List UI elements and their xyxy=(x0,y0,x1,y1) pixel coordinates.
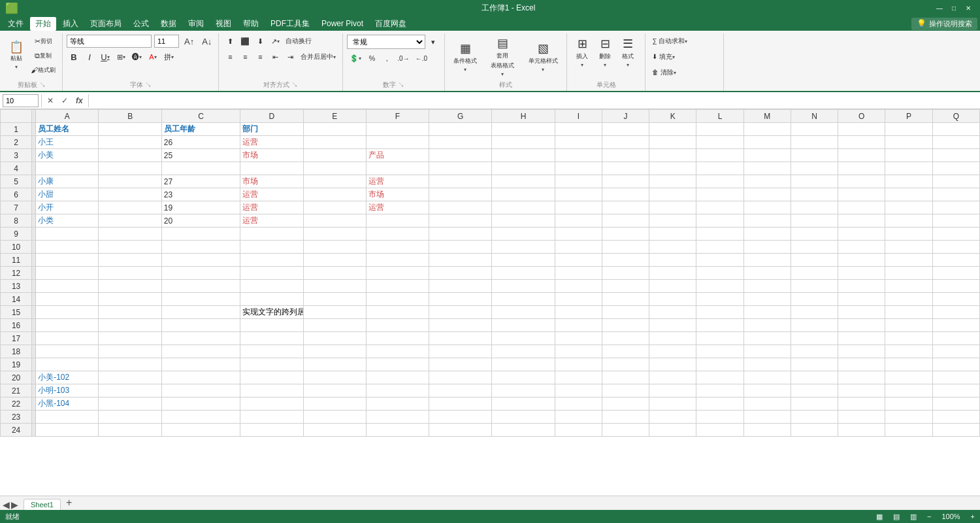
cell-p2[interactable] xyxy=(885,136,932,149)
underline-button[interactable]: U▾ xyxy=(98,50,112,63)
cell-a2[interactable]: 小王 xyxy=(36,136,99,149)
cell-k20[interactable] xyxy=(649,371,696,384)
cell-m3[interactable] xyxy=(743,149,791,162)
cell-p24[interactable] xyxy=(885,424,932,437)
cell-l15[interactable] xyxy=(696,306,743,319)
row-header[interactable]: 2 xyxy=(1,136,32,149)
menu-help[interactable]: 帮助 xyxy=(238,17,264,31)
col-header-e[interactable]: E xyxy=(303,110,366,123)
row-header[interactable]: 3 xyxy=(1,149,32,162)
cell-g11[interactable] xyxy=(429,254,492,267)
cell-d4[interactable] xyxy=(240,162,303,175)
cell-k6[interactable] xyxy=(649,188,696,201)
col-header-k[interactable]: K xyxy=(649,110,696,123)
cell-i13[interactable] xyxy=(555,280,602,293)
cell-a8[interactable]: 小类 xyxy=(36,214,99,228)
view-layout-button[interactable]: ▤ xyxy=(893,513,900,521)
cell-g8[interactable] xyxy=(429,214,492,228)
cell-i11[interactable] xyxy=(555,254,602,267)
cell-k8[interactable] xyxy=(649,214,696,228)
row-header[interactable]: 5 xyxy=(1,175,32,188)
cell-l22[interactable] xyxy=(696,397,743,411)
cell-d13[interactable] xyxy=(240,280,303,293)
cell-m19[interactable] xyxy=(743,358,791,371)
cell-m20[interactable] xyxy=(743,371,791,384)
zoom-in-button[interactable]: + xyxy=(971,513,975,520)
format-cell-button[interactable]: ☰ 格式 ▾ xyxy=(617,35,639,70)
cell-d16[interactable] xyxy=(240,319,303,332)
cell-i4[interactable] xyxy=(555,162,602,175)
cell-b1[interactable] xyxy=(99,123,161,136)
cell-h13[interactable] xyxy=(492,280,555,293)
cell-f19[interactable] xyxy=(366,358,429,371)
menu-file[interactable]: 文件 xyxy=(3,17,29,31)
cell-q21[interactable] xyxy=(932,384,979,397)
cell-q18[interactable] xyxy=(932,345,979,358)
row-header[interactable]: 15 xyxy=(1,306,32,319)
cell-h16[interactable] xyxy=(492,319,555,332)
cell-n19[interactable] xyxy=(791,358,838,371)
row-header[interactable]: 23 xyxy=(1,411,32,424)
cell-c17[interactable] xyxy=(161,332,240,345)
cell-a3[interactable]: 小美 xyxy=(36,149,99,162)
cell-h10[interactable] xyxy=(492,241,555,254)
cell-l4[interactable] xyxy=(696,162,743,175)
sheet-tab-1[interactable]: Sheet1 xyxy=(24,499,61,510)
cell-o6[interactable] xyxy=(838,188,885,201)
menu-formulas[interactable]: 公式 xyxy=(128,17,154,31)
cell-d18[interactable] xyxy=(240,345,303,358)
row-header[interactable]: 19 xyxy=(1,358,32,371)
cell-e6[interactable] xyxy=(303,188,366,201)
cell-d24[interactable] xyxy=(240,424,303,437)
cell-p19[interactable] xyxy=(885,358,932,371)
cell-g5[interactable] xyxy=(429,175,492,188)
cell-l7[interactable] xyxy=(696,201,743,214)
phonetic-button[interactable]: 拼▾ xyxy=(161,50,176,63)
cell-g1[interactable] xyxy=(429,123,492,136)
cell-d2[interactable]: 运营 xyxy=(240,136,303,149)
cell-e21[interactable] xyxy=(303,384,366,397)
align-center-button[interactable]: ≡ xyxy=(238,50,252,63)
cell-m14[interactable] xyxy=(743,293,791,306)
cell-e1[interactable] xyxy=(303,123,366,136)
cell-j4[interactable] xyxy=(602,162,649,175)
cell-f14[interactable] xyxy=(366,293,429,306)
cell-a21[interactable]: 小明-103 xyxy=(36,384,99,397)
cell-j14[interactable] xyxy=(602,293,649,306)
cell-a11[interactable] xyxy=(36,254,99,267)
cell-o13[interactable] xyxy=(838,280,885,293)
cell-c9[interactable] xyxy=(161,228,240,241)
cell-o20[interactable] xyxy=(838,371,885,384)
cell-f15[interactable] xyxy=(366,306,429,319)
cell-d12[interactable] xyxy=(240,267,303,280)
cell-p10[interactable] xyxy=(885,241,932,254)
cell-o23[interactable] xyxy=(838,411,885,424)
cell-c7[interactable]: 19 xyxy=(161,201,240,214)
cell-j23[interactable] xyxy=(602,411,649,424)
cell-e19[interactable] xyxy=(303,358,366,371)
cell-q22[interactable] xyxy=(932,397,979,411)
cell-c16[interactable] xyxy=(161,319,240,332)
cell-j6[interactable] xyxy=(602,188,649,201)
cell-n9[interactable] xyxy=(791,228,838,241)
cell-i17[interactable] xyxy=(555,332,602,345)
bold-button[interactable]: B xyxy=(67,50,81,63)
cell-q19[interactable] xyxy=(932,358,979,371)
cell-j24[interactable] xyxy=(602,424,649,437)
cell-p15[interactable] xyxy=(885,306,932,319)
cell-a22[interactable]: 小黑-104 xyxy=(36,397,99,411)
cell-b17[interactable] xyxy=(99,332,161,345)
cell-m21[interactable] xyxy=(743,384,791,397)
col-header-i[interactable]: I xyxy=(555,110,602,123)
cell-o3[interactable] xyxy=(838,149,885,162)
cell-q20[interactable] xyxy=(932,371,979,384)
cell-n23[interactable] xyxy=(791,411,838,424)
cell-d10[interactable] xyxy=(240,241,303,254)
cell-h11[interactable] xyxy=(492,254,555,267)
cell-a10[interactable] xyxy=(36,241,99,254)
cell-a23[interactable] xyxy=(36,411,99,424)
cell-p6[interactable] xyxy=(885,188,932,201)
increase-font-button[interactable]: A↑ xyxy=(182,35,197,48)
cell-d22[interactable] xyxy=(240,397,303,411)
cell-d15[interactable]: 实现文字的跨列居中显示 xyxy=(240,306,303,319)
